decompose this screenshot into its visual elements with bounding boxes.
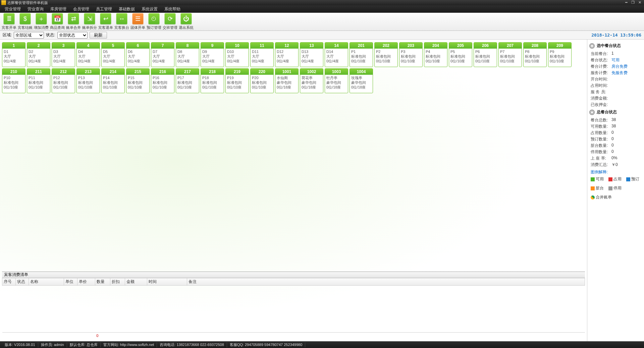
table-card-203[interactable]: 203P3标准包间0位/10座 bbox=[399, 42, 423, 67]
table-card-5[interactable]: 5D5大厅0位/4座 bbox=[101, 42, 125, 67]
table-code: D3 bbox=[53, 49, 73, 54]
table-card-220[interactable]: 220P20标准包间0位/10座 bbox=[250, 68, 274, 93]
order-col[interactable]: 数量 bbox=[95, 278, 110, 286]
table-seat: 0位/4座 bbox=[277, 59, 297, 63]
toolbar-shift[interactable]: ⟳交班管理 bbox=[163, 13, 177, 30]
toolbar-change-table[interactable]: ↔宾客换台 bbox=[115, 13, 129, 30]
order-col[interactable]: 单价 bbox=[77, 278, 95, 286]
toolbar-cancel-order[interactable]: ↩宾客退单 bbox=[99, 13, 113, 30]
status-select[interactable]: 全部状态 bbox=[57, 32, 88, 39]
menu-6[interactable]: 系统设置 bbox=[138, 6, 161, 13]
maximize-button[interactable]: ❐ bbox=[630, 0, 636, 5]
table-code: P8 bbox=[525, 49, 545, 54]
table-card-7[interactable]: 7D7大厅0位/4座 bbox=[151, 42, 174, 67]
side-row: 当前餐台:1 bbox=[589, 51, 642, 57]
toolbar-group-open[interactable]: ☰团体开单 bbox=[131, 13, 145, 30]
minimize-button[interactable]: ━ bbox=[623, 0, 629, 5]
menu-0[interactable]: 营业管理 bbox=[1, 6, 24, 13]
menu-3[interactable]: 会员管理 bbox=[70, 6, 93, 13]
table-card-210[interactable]: 210P10标准包间0位/10座 bbox=[2, 68, 25, 93]
menu-7[interactable]: 系统帮助 bbox=[161, 6, 184, 13]
table-card-12[interactable]: 12D12大厅0位/4座 bbox=[275, 42, 299, 67]
table-card-207[interactable]: 207P7标准包间0位/10座 bbox=[498, 42, 522, 67]
table-card-201[interactable]: 201P1标准包间0位/10座 bbox=[350, 42, 373, 67]
table-card-202[interactable]: 202P2标准包间0位/10座 bbox=[374, 42, 398, 67]
refresh-button[interactable]: 刷新 bbox=[90, 32, 107, 39]
table-card-215[interactable]: 215P15标准包间0位/10座 bbox=[126, 68, 150, 93]
toolbar-add-consume[interactable]: ＋增加消费 bbox=[34, 13, 48, 30]
menu-2[interactable]: 库房管理 bbox=[47, 6, 70, 13]
order-col[interactable]: 折扣 bbox=[110, 278, 125, 286]
table-card-6[interactable]: 6D6大厅0位/4座 bbox=[126, 42, 150, 67]
status-version: 版本: V2016.08.01 bbox=[2, 342, 38, 347]
table-card-11[interactable]: 11D11大厅0位/4座 bbox=[250, 42, 274, 67]
table-seat: 0位/10座 bbox=[78, 85, 98, 90]
order-col[interactable]: 金额 bbox=[125, 278, 147, 286]
table-card-211[interactable]: 211P11标准包间0位/10座 bbox=[27, 68, 50, 93]
table-num: 14 bbox=[325, 43, 348, 49]
toolbar-merge-bill[interactable]: ⇄账单合并 bbox=[66, 13, 80, 30]
table-card-8[interactable]: 8D8大厅0位/4座 bbox=[176, 42, 199, 67]
legend-item: 可用 bbox=[591, 176, 604, 182]
table-card-14[interactable]: 14D14大厅0位/4座 bbox=[325, 42, 348, 67]
app-logo-icon bbox=[1, 0, 6, 5]
order-col[interactable]: 单位 bbox=[64, 278, 77, 286]
menu-1[interactable]: 营业查询 bbox=[24, 6, 47, 13]
table-room: 标准包间 bbox=[450, 54, 471, 59]
table-card-205[interactable]: 205P5标准包间0位/10座 bbox=[449, 42, 472, 67]
table-card-3[interactable]: 3D3大厅0位/4座 bbox=[52, 42, 75, 67]
table-card-2[interactable]: 2D2大厅0位/4座 bbox=[27, 42, 50, 67]
table-card-1003[interactable]: 1003牡丹亭豪华包间0位/18座 bbox=[325, 68, 348, 93]
table-card-1001[interactable]: 1001水仙阁豪华包间0位/18座 bbox=[275, 68, 299, 93]
toolbar-split-bill[interactable]: ⇲账单拆分 bbox=[83, 13, 97, 30]
table-num: 205 bbox=[449, 43, 472, 49]
table-card-219[interactable]: 219P19标准包间0位/10座 bbox=[225, 68, 249, 93]
order-total-qty: 0 bbox=[95, 333, 110, 339]
table-card-217[interactable]: 217P17标准包间0位/10座 bbox=[176, 68, 199, 93]
table-card-206[interactable]: 206P6标准包间0位/10座 bbox=[474, 42, 497, 67]
table-seat: 0位/10座 bbox=[103, 85, 123, 90]
side-panel: 选中餐台状态 当前餐台:1餐台状态:可用餐台计费:房台免费服务计费:免服务费开台… bbox=[587, 40, 644, 341]
table-grid: 1D1大厅0位/4座2D2大厅0位/4座3D3大厅0位/4座4D4大厅0位/4座… bbox=[2, 42, 585, 93]
table-card-209[interactable]: 209P9标准包间0位/10座 bbox=[548, 42, 572, 67]
table-seat: 0位/4座 bbox=[177, 59, 198, 63]
side-row: 餐台总数:38 bbox=[589, 117, 642, 123]
table-card-9[interactable]: 9D9大厅0位/4座 bbox=[201, 42, 224, 67]
area-select[interactable]: 全部区域 bbox=[14, 32, 44, 39]
menu-5[interactable]: 基础数据 bbox=[115, 6, 138, 13]
order-col[interactable]: 序号 bbox=[2, 278, 16, 286]
close-button[interactable]: ✕ bbox=[637, 0, 643, 5]
table-card-1[interactable]: 1D1大厅0位/4座 bbox=[2, 42, 25, 67]
order-col[interactable]: 名称 bbox=[29, 278, 64, 286]
table-card-13[interactable]: 13D13大厅0位/4座 bbox=[300, 42, 323, 67]
table-card-213[interactable]: 213P13标准包间0位/10座 bbox=[76, 68, 100, 93]
order-col[interactable]: 状态 bbox=[15, 278, 29, 286]
table-room: 豪华包间 bbox=[302, 80, 322, 85]
table-card-218[interactable]: 218P18标准包间0位/10座 bbox=[201, 68, 224, 93]
table-card-1004[interactable]: 1004玫瑰亭豪华包间0位/18座 bbox=[350, 68, 373, 93]
table-num: 218 bbox=[201, 69, 224, 75]
table-seat: 0位/4座 bbox=[53, 59, 73, 63]
table-seat: 0位/10座 bbox=[351, 59, 371, 63]
table-code: P14 bbox=[103, 75, 123, 80]
toolbar-checkout[interactable]: $宾客结账 bbox=[18, 13, 32, 30]
table-code: 荷花亭 bbox=[302, 75, 322, 80]
toolbar-exit[interactable]: ⏻退出系统 bbox=[179, 13, 193, 30]
table-card-204[interactable]: 204P4标准包间0位/10座 bbox=[424, 42, 447, 67]
table-card-10[interactable]: 10D10大厅0位/4座 bbox=[225, 42, 249, 67]
table-num: 1002 bbox=[300, 69, 323, 75]
table-card-216[interactable]: 216P16标准包间0位/10座 bbox=[151, 68, 174, 93]
table-card-212[interactable]: 212P12标准包间0位/10座 bbox=[52, 68, 75, 93]
table-card-214[interactable]: 214P14标准包间0位/10座 bbox=[101, 68, 125, 93]
menu-4[interactable]: 员工管理 bbox=[93, 6, 115, 13]
table-card-1002[interactable]: 1002荷花亭豪华包间0位/18座 bbox=[300, 68, 323, 93]
table-card-4[interactable]: 4D4大厅0位/4座 bbox=[76, 42, 100, 67]
toolbar-open-table[interactable]: ≣宾客开单 bbox=[2, 13, 16, 30]
table-card-208[interactable]: 208P8标准包间0位/10座 bbox=[523, 42, 547, 67]
order-col[interactable]: 时间 bbox=[147, 278, 187, 286]
toolbar-reserve[interactable]: ⏲预订管理 bbox=[147, 13, 161, 30]
toolbar-goods-query[interactable]: 📅商品查询 bbox=[50, 13, 64, 30]
order-col[interactable]: 备注 bbox=[187, 278, 585, 286]
table-num: 212 bbox=[52, 69, 75, 75]
table-room: 标准包间 bbox=[227, 80, 247, 85]
